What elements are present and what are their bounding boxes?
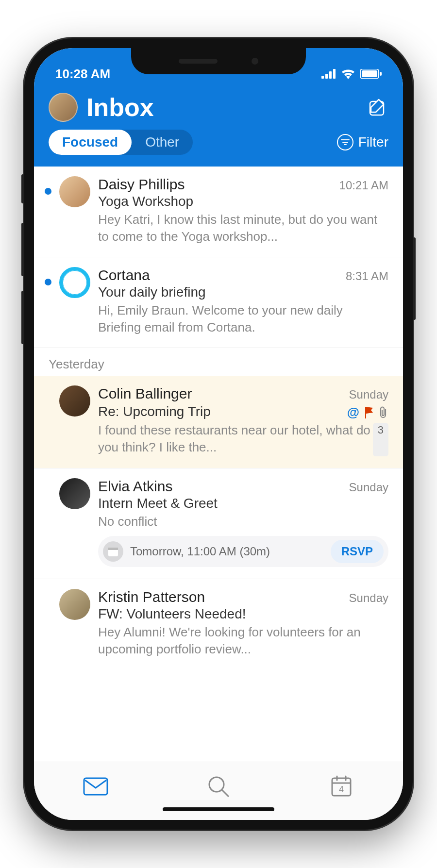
mention-icon: @ — [347, 405, 359, 420]
phone-volume-up — [21, 223, 24, 276]
inbox-tab-group: Focused Other — [49, 130, 193, 155]
sender-name: Elvia Atkins — [98, 478, 172, 495]
tab-focused[interactable]: Focused — [49, 130, 132, 155]
message-subject: Your daily briefing — [98, 284, 388, 300]
filter-button[interactable]: Filter — [337, 134, 388, 150]
calendar-day-number: 4 — [339, 785, 344, 794]
bottom-nav: 4 — [34, 762, 403, 820]
message-subject: FW: Volunteers Needed! — [98, 606, 388, 622]
svg-rect-2 — [329, 71, 332, 79]
tab-other[interactable]: Other — [132, 130, 193, 155]
sender-avatar[interactable] — [59, 478, 90, 509]
message-preview: Hi, Emily Braun. Welcome to your new dai… — [98, 302, 388, 336]
sender-name: Kristin Patterson — [98, 589, 205, 605]
battery-icon — [360, 69, 382, 79]
filter-label: Filter — [358, 134, 388, 150]
message-subject: Intern Meet & Greet — [98, 496, 388, 511]
message-preview: No conflict — [98, 513, 388, 530]
cellular-signal-icon — [321, 69, 336, 79]
rsvp-button[interactable]: RSVP — [331, 540, 384, 563]
message-preview: I found these restaurants near our hotel… — [98, 422, 373, 456]
svg-rect-12 — [108, 548, 118, 550]
account-avatar[interactable] — [49, 93, 78, 122]
svg-rect-0 — [321, 76, 324, 79]
sender-avatar-cortana[interactable] — [59, 267, 90, 298]
message-time: Sunday — [349, 388, 388, 401]
phone-mute-switch — [21, 174, 24, 203]
sender-avatar[interactable] — [59, 176, 90, 207]
page-title: Inbox — [86, 93, 154, 122]
filter-icon — [337, 134, 353, 150]
home-indicator[interactable] — [163, 807, 274, 811]
attachment-icon — [379, 406, 388, 419]
sender-name: Colin Ballinger — [98, 385, 192, 402]
svg-rect-5 — [362, 70, 377, 77]
phone-frame: 10:28 AM Inbox — [24, 38, 413, 830]
nav-calendar[interactable]: 4 — [317, 775, 366, 798]
svg-rect-1 — [325, 74, 328, 79]
wifi-icon — [341, 68, 355, 79]
sender-avatar[interactable] — [59, 589, 90, 620]
status-time: 10:28 AM — [55, 67, 110, 82]
sender-name: Cortana — [98, 267, 150, 284]
message-item[interactable]: Colin Ballinger Sunday Re: Upcoming Trip… — [34, 376, 403, 467]
message-time: Sunday — [349, 481, 388, 494]
unread-dot-icon — [45, 279, 51, 285]
message-time: 10:21 AM — [339, 179, 388, 192]
message-time: 8:31 AM — [346, 269, 388, 283]
message-subject: Re: Upcoming Trip — [98, 404, 211, 419]
calendar-icon — [103, 541, 123, 562]
unread-dot-icon — [45, 188, 51, 195]
message-list[interactable]: Daisy Phillips 10:21 AM Yoga Workshop He… — [34, 167, 403, 669]
phone-notch — [131, 48, 306, 74]
svg-rect-6 — [380, 72, 382, 76]
message-preview: Hey Katri, I know this last minute, but … — [98, 211, 388, 245]
message-item[interactable]: Elvia Atkins Sunday Intern Meet & Greet … — [34, 468, 403, 579]
sender-avatar[interactable] — [59, 385, 90, 417]
event-chip: Tomorrow, 11:00 AM (30m) RSVP — [98, 536, 388, 567]
flag-icon — [364, 407, 374, 418]
message-item[interactable]: Kristin Patterson Sunday FW: Volunteers … — [34, 579, 403, 669]
compose-button[interactable] — [367, 97, 388, 118]
message-subject: Yoga Workshop — [98, 194, 388, 209]
group-header-yesterday: Yesterday — [34, 348, 403, 376]
svg-rect-3 — [333, 69, 336, 79]
message-item[interactable]: Cortana 8:31 AM Your daily briefing Hi, … — [34, 257, 403, 348]
message-item[interactable]: Daisy Phillips 10:21 AM Yoga Workshop He… — [34, 167, 403, 257]
message-preview: Hey Alumni! We're looking for volunteers… — [98, 624, 388, 658]
svg-line-15 — [222, 790, 228, 796]
svg-rect-13 — [84, 778, 107, 795]
nav-mail[interactable] — [71, 777, 120, 796]
phone-power-button — [413, 237, 416, 320]
phone-volume-down — [21, 291, 24, 344]
thread-count-badge: 3 — [373, 423, 388, 456]
screen: 10:28 AM Inbox — [34, 48, 403, 820]
event-time-text: Tomorrow, 11:00 AM (30m) — [130, 545, 270, 558]
nav-search[interactable] — [194, 775, 243, 798]
svg-point-14 — [209, 777, 224, 792]
message-time: Sunday — [349, 591, 388, 605]
sender-name: Daisy Phillips — [98, 176, 185, 193]
